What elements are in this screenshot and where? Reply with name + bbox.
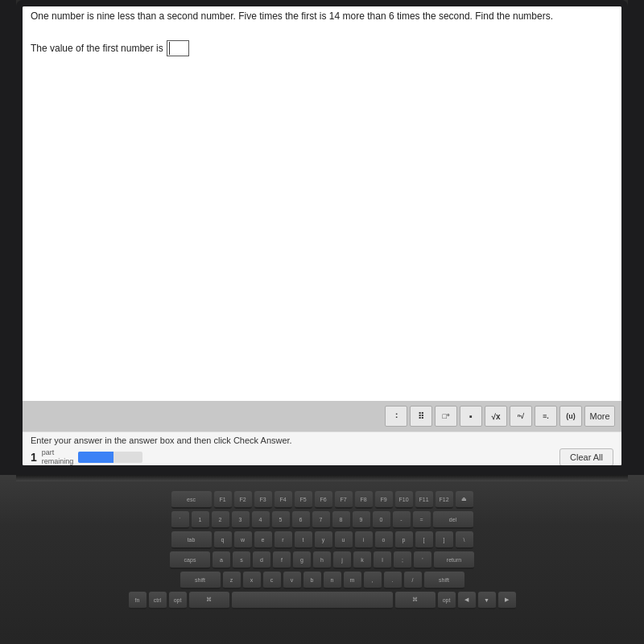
keyboard-row-6: fn ctrl opt ⌘ ⌘ opt ◀ ▼ ▶ bbox=[48, 592, 596, 609]
screen-bezel: One number is nine less than a second nu… bbox=[16, 0, 628, 475]
key-s[interactable]: s bbox=[233, 551, 250, 569]
key-minus[interactable]: - bbox=[393, 511, 411, 529]
key-l[interactable]: l bbox=[374, 551, 391, 569]
key-f6[interactable]: F6 bbox=[315, 491, 332, 509]
key-7[interactable]: 7 bbox=[312, 511, 330, 529]
progress-bar bbox=[78, 452, 142, 463]
key-8[interactable]: 8 bbox=[332, 511, 350, 529]
key-slash[interactable]: / bbox=[404, 572, 422, 589]
key-q[interactable]: q bbox=[214, 531, 232, 549]
key-semicolon[interactable]: ; bbox=[394, 551, 411, 569]
key-delete[interactable]: del bbox=[433, 511, 473, 529]
key-f8[interactable]: F8 bbox=[355, 491, 373, 509]
key-f1[interactable]: F1 bbox=[214, 491, 232, 509]
key-lbracket[interactable]: [ bbox=[415, 531, 433, 549]
right-bezel bbox=[628, 0, 644, 475]
key-right[interactable]: ▶ bbox=[498, 592, 516, 609]
square-button[interactable]: ▪ bbox=[460, 406, 482, 427]
key-f2[interactable]: F2 bbox=[234, 491, 252, 509]
degree-button[interactable]: □° bbox=[435, 406, 457, 427]
key-esc[interactable]: esc bbox=[171, 491, 212, 509]
key-u[interactable]: u bbox=[335, 531, 353, 549]
key-y[interactable]: y bbox=[315, 531, 332, 549]
key-a[interactable]: a bbox=[213, 551, 230, 569]
key-f12[interactable]: F12 bbox=[436, 491, 453, 509]
key-period[interactable]: . bbox=[384, 572, 402, 589]
key-backslash[interactable]: \ bbox=[456, 531, 473, 549]
key-d[interactable]: d bbox=[253, 551, 270, 569]
key-fn[interactable]: fn bbox=[129, 592, 147, 609]
keyboard-row-2: ` 1 2 3 4 5 6 7 8 9 0 - = del bbox=[48, 511, 596, 529]
key-5[interactable]: 5 bbox=[272, 511, 290, 529]
key-n[interactable]: n bbox=[324, 572, 341, 589]
key-f3[interactable]: F3 bbox=[254, 491, 272, 509]
key-ctrl[interactable]: ctrl bbox=[149, 592, 167, 609]
key-v[interactable]: v bbox=[283, 572, 301, 589]
key-ropt[interactable]: opt bbox=[438, 592, 456, 609]
colon-button[interactable]: ∶ bbox=[385, 406, 407, 427]
key-f11[interactable]: F11 bbox=[415, 491, 433, 509]
key-t[interactable]: t bbox=[295, 531, 312, 549]
key-0[interactable]: 0 bbox=[373, 511, 390, 529]
equiv-button[interactable]: ≡. bbox=[535, 406, 557, 427]
key-g[interactable]: g bbox=[293, 551, 311, 569]
key-c[interactable]: c bbox=[263, 572, 281, 589]
key-3[interactable]: 3 bbox=[232, 511, 250, 529]
key-b[interactable]: b bbox=[303, 572, 321, 589]
key-k[interactable]: k bbox=[353, 551, 371, 569]
key-lopt[interactable]: opt bbox=[169, 592, 187, 609]
key-h[interactable]: h bbox=[313, 551, 331, 569]
key-w[interactable]: w bbox=[234, 531, 252, 549]
key-f9[interactable]: F9 bbox=[375, 491, 393, 509]
key-9[interactable]: 9 bbox=[353, 511, 370, 529]
key-rshift[interactable]: shift bbox=[424, 572, 464, 589]
key-o[interactable]: o bbox=[375, 531, 393, 549]
key-p[interactable]: p bbox=[395, 531, 413, 549]
key-equals[interactable]: = bbox=[413, 511, 431, 529]
key-f7[interactable]: F7 bbox=[335, 491, 353, 509]
part-label: part remaining bbox=[42, 448, 74, 465]
key-return[interactable]: return bbox=[434, 551, 474, 569]
key-rcmd[interactable]: ⌘ bbox=[395, 592, 436, 609]
key-i[interactable]: i bbox=[355, 531, 373, 549]
key-m[interactable]: m bbox=[344, 572, 361, 589]
key-6[interactable]: 6 bbox=[292, 511, 310, 529]
key-down[interactable]: ▼ bbox=[478, 592, 496, 609]
key-rbracket[interactable]: ] bbox=[436, 531, 453, 549]
grid-button[interactable]: ⠿ bbox=[410, 406, 432, 427]
laptop-bottom: MacBook Pro esc F1 F2 F3 F4 F5 F6 F7 F8 … bbox=[0, 475, 644, 644]
sqrt-button[interactable]: √x bbox=[485, 406, 507, 427]
key-f10[interactable]: F10 bbox=[395, 491, 413, 509]
key-1[interactable]: 1 bbox=[192, 511, 209, 529]
enter-answer-text: Enter your answer in the answer box and … bbox=[31, 436, 613, 445]
key-left[interactable]: ◀ bbox=[458, 592, 476, 609]
key-r[interactable]: r bbox=[275, 531, 292, 549]
hinge bbox=[16, 475, 628, 481]
key-4[interactable]: 4 bbox=[252, 511, 270, 529]
key-x[interactable]: x bbox=[243, 572, 261, 589]
nroot-button[interactable]: ⁿ√ bbox=[510, 406, 532, 427]
key-2[interactable]: 2 bbox=[212, 511, 229, 529]
key-lshift[interactable]: shift bbox=[180, 572, 221, 589]
key-f[interactable]: f bbox=[273, 551, 291, 569]
paren-button[interactable]: (u) bbox=[559, 406, 582, 427]
more-button[interactable]: More bbox=[584, 406, 615, 427]
laptop-outer: One number is nine less than a second nu… bbox=[0, 0, 644, 644]
math-toolbar: ∶ ⠿ □° ▪ √x ⁿ√ ≡. (u) More bbox=[23, 401, 621, 431]
key-comma[interactable]: , bbox=[364, 572, 382, 589]
key-z[interactable]: z bbox=[223, 572, 241, 589]
key-lcmd[interactable]: ⌘ bbox=[189, 592, 229, 609]
answer-input-box[interactable] bbox=[167, 40, 189, 56]
key-caps[interactable]: caps bbox=[170, 551, 210, 569]
key-eject[interactable]: ⏏ bbox=[456, 491, 473, 509]
key-f5[interactable]: F5 bbox=[295, 491, 312, 509]
key-j[interactable]: j bbox=[333, 551, 351, 569]
key-tab[interactable]: tab bbox=[171, 531, 212, 549]
key-space[interactable] bbox=[232, 592, 393, 609]
left-bezel bbox=[0, 0, 16, 475]
key-e[interactable]: e bbox=[254, 531, 272, 549]
key-quote[interactable]: ' bbox=[414, 551, 431, 569]
clear-all-button[interactable]: Clear All bbox=[559, 448, 613, 465]
key-f4[interactable]: F4 bbox=[275, 491, 292, 509]
key-backtick[interactable]: ` bbox=[171, 511, 189, 529]
